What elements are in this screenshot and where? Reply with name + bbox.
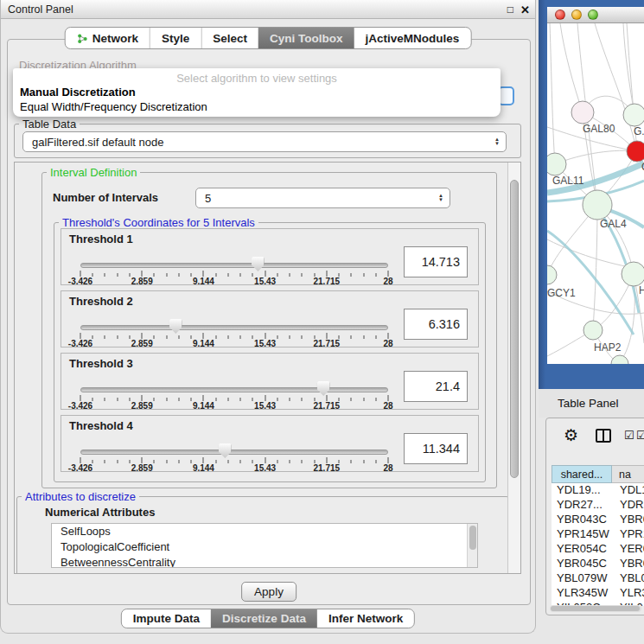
tick-label: 9.144 xyxy=(193,463,214,473)
cell-shared-name[interactable]: YBR045C xyxy=(552,557,612,571)
threshold-value-box[interactable]: 6.316 xyxy=(404,309,468,340)
cell-shared-name[interactable]: YDR27... xyxy=(552,498,612,513)
scrollbar-thumb[interactable] xyxy=(551,606,640,611)
threshold-value-box[interactable]: 14.713 xyxy=(404,246,468,277)
cell-shared-name[interactable]: YPR145W xyxy=(552,527,612,542)
table-data-combo[interactable]: galFiltered.sif default node ▲▼ xyxy=(22,131,507,152)
tick-mark xyxy=(142,333,143,339)
table-row[interactable]: YPR145WYPR1 xyxy=(552,527,644,542)
table-row[interactable]: YER054CYER0 xyxy=(552,542,644,557)
split-columns-icon[interactable] xyxy=(596,429,611,443)
tab-cyni-toolbox[interactable]: Cyni Toolbox xyxy=(258,28,354,48)
cell-shared-name[interactable]: YLR345W xyxy=(552,586,612,601)
network-node[interactable] xyxy=(611,355,628,364)
tab-network[interactable]: Network xyxy=(66,28,150,48)
tab-select[interactable]: Select xyxy=(201,28,258,48)
threshold-value-box[interactable]: 11.344 xyxy=(404,433,468,464)
slider-track[interactable] xyxy=(80,450,388,455)
cell-shared-name[interactable]: YDL19... xyxy=(552,483,612,498)
table-panel-titlebar[interactable]: Table Panel xyxy=(539,389,644,418)
mac-zoom-icon[interactable] xyxy=(588,10,598,20)
numerical-attributes-label: Numerical Attributes xyxy=(45,506,155,519)
cell-name[interactable]: YDR2 xyxy=(612,498,644,513)
threshold-slider[interactable] xyxy=(80,262,388,271)
table-horizontal-scrollbar[interactable] xyxy=(550,605,641,612)
float-window-icon[interactable]: □ xyxy=(507,3,513,16)
slider-track[interactable] xyxy=(80,263,388,268)
tick-label: 28 xyxy=(383,339,392,348)
slider-thumb[interactable] xyxy=(169,319,182,334)
threshold-value-box[interactable]: 21.4 xyxy=(404,371,468,402)
network-view-window[interactable]: GAL80G.CGAL11GAL4GCY1HHAP2 xyxy=(547,7,644,364)
threshold-slider[interactable] xyxy=(80,449,388,457)
network-node-gal80[interactable] xyxy=(571,101,594,124)
tick-mark xyxy=(80,333,81,339)
mac-minimize-icon[interactable] xyxy=(571,10,582,20)
tab-style[interactable]: Style xyxy=(150,28,201,48)
checkbox-icon[interactable]: ☑ xyxy=(636,430,644,441)
control-panel-titlebar[interactable]: Control Panel □ ✕ xyxy=(1,0,535,19)
network-node-hap2[interactable] xyxy=(583,321,603,340)
cell-shared-name[interactable]: YER054C xyxy=(552,542,612,557)
slider-thumb[interactable] xyxy=(252,257,265,271)
tick-label: -3.426 xyxy=(68,339,92,348)
tab-impute-data[interactable]: Impute Data xyxy=(122,609,211,628)
attribute-item[interactable]: TopologicalCoefficient xyxy=(52,539,477,555)
algorithm-placeholder-option: Select algorithm to view settings xyxy=(13,72,501,85)
column-header-name[interactable]: na xyxy=(612,465,644,483)
cell-name[interactable]: YDL1 xyxy=(612,483,644,498)
tab-infer-network[interactable]: Infer Network xyxy=(317,609,414,628)
cell-shared-name[interactable]: YBL079W xyxy=(552,571,612,586)
threshold-slider[interactable] xyxy=(80,324,388,333)
gear-icon[interactable]: ⚙ xyxy=(564,425,578,445)
cell-name[interactable]: YPR1 xyxy=(612,527,644,542)
cell-shared-name[interactable]: YBR043C xyxy=(552,513,612,527)
attributes-to-discretize-group: Attributes to discretize Numerical Attri… xyxy=(16,496,509,574)
tab-style-label: Style xyxy=(162,32,189,45)
settings-vertical-scrollbar[interactable] xyxy=(507,163,520,573)
mac-close-icon[interactable] xyxy=(555,10,565,20)
table-row[interactable]: YBL079WYBL0 xyxy=(552,571,644,586)
network-node-c[interactable] xyxy=(627,141,644,162)
network-node-h[interactable] xyxy=(622,262,644,286)
attributes-list-scrollbar[interactable] xyxy=(467,524,477,567)
cell-name[interactable]: YER0 xyxy=(612,542,644,557)
apply-button[interactable]: Apply xyxy=(241,582,296,602)
column-header-shared-name[interactable]: shared... xyxy=(552,465,612,483)
threshold-slider[interactable] xyxy=(80,386,388,395)
network-node-gcy1[interactable] xyxy=(547,265,557,284)
numerical-attributes-list[interactable]: SelfLoopsTopologicalCoefficientBetweenne… xyxy=(51,523,478,568)
scrollbar-thumb[interactable] xyxy=(469,526,476,550)
tab-jactivemnodules[interactable]: jActiveMNodules xyxy=(354,28,471,48)
algorithm-option-manual-discretization[interactable]: Manual Discretization xyxy=(20,86,136,99)
cell-name[interactable]: YLR3 xyxy=(612,586,644,601)
network-node-gal4[interactable] xyxy=(583,190,612,220)
network-window-titlebar[interactable] xyxy=(547,7,644,23)
table-row[interactable]: YBR043CYBR0 xyxy=(552,513,644,527)
tab-cyni-toolbox-label: Cyni Toolbox xyxy=(270,32,343,45)
cell-name[interactable]: YBR0 xyxy=(612,513,644,527)
algorithm-option-equal-width-frequency[interactable]: Equal Width/Frequency Discretization xyxy=(20,100,207,113)
tab-discretize-data[interactable]: Discretize Data xyxy=(211,609,317,628)
attribute-item[interactable]: BetweennessCentrality xyxy=(52,555,477,568)
tick-mark xyxy=(326,333,327,339)
network-node-g[interactable] xyxy=(623,104,644,126)
slider-track[interactable] xyxy=(80,325,388,330)
table-row[interactable]: YDR27...YDR2 xyxy=(552,498,644,513)
cell-name[interactable]: YBR0 xyxy=(612,557,644,571)
checkbox-icon[interactable]: ☑ xyxy=(624,430,634,441)
slider-track[interactable] xyxy=(80,387,388,392)
close-icon[interactable]: ✕ xyxy=(520,3,530,16)
table-row[interactable]: YDL19...YDL1 xyxy=(552,483,644,498)
network-node-gal11[interactable] xyxy=(547,153,566,175)
attribute-item[interactable]: SelfLoops xyxy=(52,524,477,539)
table-row[interactable]: YLR345WYLR3 xyxy=(552,586,644,601)
scrollbar-thumb[interactable] xyxy=(510,180,519,478)
cell-name[interactable]: YBL0 xyxy=(612,571,644,586)
tick-label: -3.426 xyxy=(68,277,92,286)
number-of-intervals-combo[interactable]: 5 ▲▼ xyxy=(195,188,450,208)
table-row[interactable]: YBR045CYBR0 xyxy=(552,557,644,571)
slider-thumb[interactable] xyxy=(219,443,232,458)
network-canvas[interactable]: GAL80G.CGAL11GAL4GCY1HHAP2 xyxy=(547,23,644,364)
slider-thumb[interactable] xyxy=(317,381,330,396)
